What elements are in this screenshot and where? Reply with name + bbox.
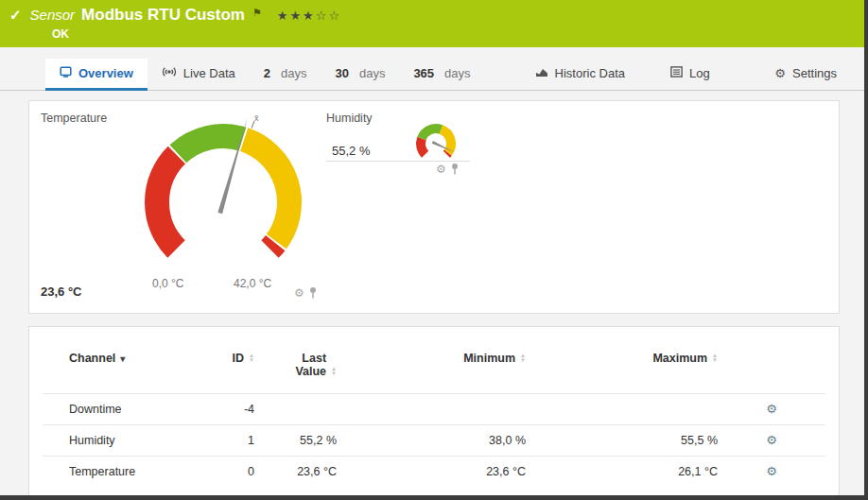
column-header-channel-label: Channel xyxy=(69,352,115,365)
channel-name[interactable]: Humidity xyxy=(43,425,184,457)
channel-settings-icon[interactable]: ⚙ xyxy=(766,464,777,478)
tab-live-data[interactable]: Live Data xyxy=(148,59,250,91)
column-header-minimum[interactable]: Minimum▲▼ xyxy=(337,352,526,394)
column-header-channel[interactable]: Channel▾ xyxy=(43,352,184,394)
channel-id: -4 xyxy=(184,394,254,425)
sort-icon: ▲▼ xyxy=(249,353,254,363)
tab-log[interactable]: Log xyxy=(656,59,724,91)
channel-id: 0 xyxy=(184,457,254,488)
channel-last-value: 55,2 % xyxy=(254,425,337,457)
humidity-gauge-title: Humidity xyxy=(326,112,373,125)
live-data-icon xyxy=(162,66,177,80)
tab-30-days-unit: days xyxy=(359,66,385,80)
tab-30-days-number: 30 xyxy=(335,66,348,80)
window-edge-bottom xyxy=(0,495,868,500)
tab-log-label: Log xyxy=(689,66,710,80)
channel-maximum: 55,5 % xyxy=(526,425,718,457)
column-header-actions xyxy=(718,352,825,394)
column-header-minimum-label: Minimum xyxy=(463,352,515,365)
channel-maximum: 26,1 °C xyxy=(526,457,718,488)
priority-stars[interactable]: ★★★☆☆ xyxy=(277,9,341,23)
temperature-scale-max: 42,0 °C xyxy=(234,277,271,290)
chevron-down-icon: ▾ xyxy=(120,353,125,364)
sort-icon: ▲▼ xyxy=(520,353,526,363)
channel-minimum: 23,6 °C xyxy=(337,457,526,488)
tab-overview-label: Overview xyxy=(78,66,133,80)
sort-icon: ▲▼ xyxy=(331,367,337,376)
channel-minimum: 38,0 % xyxy=(337,425,526,457)
status-badge: OK xyxy=(52,27,69,41)
table-header-row: Channel▾ ID▲▼ Last Value▲▼ Minimum▲▼ Max… xyxy=(43,352,825,394)
temperature-current-value: 23,6 °C xyxy=(41,284,82,299)
tab-settings[interactable]: ⚙ Settings xyxy=(760,59,851,91)
gauges-panel: Temperature x̄ 23,6 °C 0,0 °C 42,0 °C ⚙ … xyxy=(28,100,840,314)
tab-overview[interactable]: Overview xyxy=(45,59,148,91)
tab-2-days-unit: days xyxy=(281,66,306,80)
ok-check-icon: ✓ xyxy=(9,7,22,24)
sensor-header: ✓ Sensor Modbus RTU Custom ⚑ ★★★☆☆ OK xyxy=(0,0,864,47)
tab-historic-data[interactable]: Historic Data xyxy=(521,59,639,91)
tab-2-days[interactable]: 2days xyxy=(250,59,321,91)
channel-table: Channel▾ ID▲▼ Last Value▲▼ Minimum▲▼ Max… xyxy=(43,352,825,487)
channel-minimum xyxy=(337,394,526,425)
mean-marker: x̄ xyxy=(254,113,259,123)
column-header-last-value[interactable]: Last Value▲▼ xyxy=(254,352,337,394)
tab-historic-data-label: Historic Data xyxy=(555,66,625,80)
column-header-maximum[interactable]: Maximum▲▼ xyxy=(526,352,718,394)
humidity-current-value: 55,2 % xyxy=(332,144,370,158)
temperature-scale-min: 0,0 °C xyxy=(152,277,183,290)
channel-last-value: 23,6 °C xyxy=(254,457,337,488)
tab-bar: Overview Live Data 2days 30days 365days … xyxy=(0,59,864,91)
table-row-humidity: Humidity 1 55,2 % 38,0 % 55,5 % ⚙ xyxy=(43,425,825,457)
tab-live-data-label: Live Data xyxy=(183,66,235,80)
humidity-gauge xyxy=(404,115,470,164)
channel-name[interactable]: Temperature xyxy=(43,457,184,488)
overview-icon xyxy=(60,66,72,80)
table-row-temperature: Temperature 0 23,6 °C 23,6 °C 26,1 °C ⚙ xyxy=(43,457,825,488)
settings-gear-icon: ⚙ xyxy=(774,67,786,79)
sensor-title: Modbus RTU Custom xyxy=(81,6,245,25)
humidity-gauge-tools: ⚙ xyxy=(436,163,460,175)
sort-icon: ▲▼ xyxy=(712,353,718,363)
historic-data-icon xyxy=(535,66,548,80)
window-edge-right xyxy=(864,0,868,500)
temperature-gauge: x̄ xyxy=(124,112,322,297)
pin-icon[interactable] xyxy=(450,163,460,175)
humidity-divider xyxy=(326,161,470,162)
column-header-id-label: ID xyxy=(233,352,245,365)
channel-last-value xyxy=(254,394,337,425)
channel-settings-icon[interactable]: ⚙ xyxy=(766,433,777,447)
tab-30-days[interactable]: 30days xyxy=(321,59,399,91)
channel-settings-icon[interactable]: ⚙ xyxy=(766,402,777,416)
tab-settings-label: Settings xyxy=(792,66,837,80)
column-header-last-value-label: Last Value xyxy=(285,352,326,378)
channel-maximum xyxy=(526,394,718,425)
table-row-downtime: Downtime -4 ⚙ xyxy=(43,394,825,425)
pin-icon[interactable] xyxy=(308,286,318,299)
channel-id: 1 xyxy=(184,425,254,457)
channel-table-panel: Channel▾ ID▲▼ Last Value▲▼ Minimum▲▼ Max… xyxy=(28,326,840,500)
gauge-settings-icon[interactable]: ⚙ xyxy=(436,164,446,175)
object-kind-label: Sensor xyxy=(30,7,76,23)
log-icon xyxy=(670,66,683,80)
tab-365-days[interactable]: 365days xyxy=(399,59,484,91)
gauge-settings-icon[interactable]: ⚙ xyxy=(294,287,304,299)
tab-365-days-number: 365 xyxy=(413,66,434,80)
flag-icon[interactable]: ⚑ xyxy=(252,7,262,19)
sensor-header-row: ✓ Sensor Modbus RTU Custom ⚑ ★★★☆☆ xyxy=(9,6,341,25)
tab-365-days-unit: days xyxy=(444,66,470,80)
tab-2-days-number: 2 xyxy=(264,66,270,80)
column-header-maximum-label: Maximum xyxy=(652,352,707,365)
temperature-gauge-title: Temperature xyxy=(41,112,107,125)
prtg-sensor-page: ✓ Sensor Modbus RTU Custom ⚑ ★★★☆☆ OK Ov… xyxy=(0,0,868,500)
channel-name[interactable]: Downtime xyxy=(43,394,184,425)
column-header-id[interactable]: ID▲▼ xyxy=(184,352,254,394)
temperature-gauge-tools: ⚙ xyxy=(294,286,318,299)
